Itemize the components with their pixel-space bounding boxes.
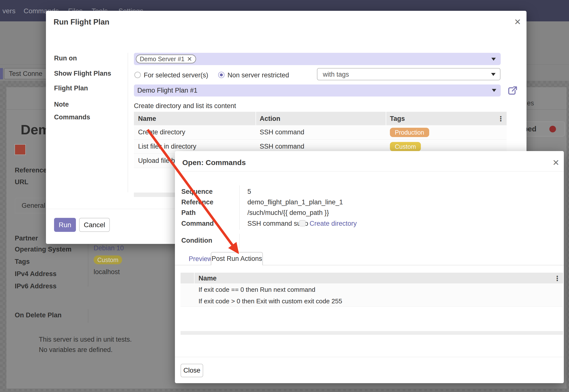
unit-test-note-line1: This server is used in unit tests. [39, 336, 132, 343]
footer-divider [175, 357, 564, 357]
partner-label: Partner [15, 235, 38, 242]
radio-selected-servers[interactable] [134, 72, 141, 78]
ipv4-label: IPv4 Address [15, 270, 57, 278]
header-divider [175, 171, 564, 171]
radio-non-server-restricted[interactable] [218, 72, 225, 78]
on-delete-plan-label: On Delete Plan [15, 311, 62, 319]
col-name[interactable]: Name [199, 275, 217, 282]
tab-post-run-actions[interactable]: Post Run Actions [211, 252, 263, 265]
path-value: /such/much/{{ demo_path }} [247, 209, 329, 217]
table-header: Name Action Tags ⋮ [134, 112, 507, 125]
tag-badge: Custom [390, 142, 421, 151]
radio-selected-servers-label[interactable]: For selected server(s) [144, 71, 208, 79]
row-name: If exit code > 0 then Exit with custom e… [199, 297, 342, 305]
reference-value: demo_flight_plan_1_plan_line_1 [247, 198, 343, 206]
flight-plan-value: Demo Flight Plan #1 [137, 87, 198, 94]
col-tags[interactable]: Tags [390, 115, 405, 123]
command-label: Command [181, 220, 214, 227]
row-action: SSH command [260, 128, 304, 136]
tags-value-badge: Custom [94, 255, 122, 264]
col-name[interactable]: Name [138, 115, 156, 123]
flight-plan-select[interactable]: Demo Flight Plan #1 [134, 84, 501, 97]
unit-test-note-line2: No variables are defined. [39, 346, 113, 354]
row-divider [181, 307, 563, 307]
sequence-label: Sequence [181, 188, 213, 196]
modal-title: Run Flight Plan [54, 18, 109, 27]
remove-tag-icon[interactable]: ✕ [187, 56, 192, 62]
field-divider [88, 309, 88, 323]
tab-preview[interactable]: Preview [189, 255, 212, 263]
server-tag-pill[interactable]: Demo Server #1✕ [136, 55, 196, 63]
chevron-down-icon [491, 58, 496, 61]
server-tag-label: Demo Server #1 [140, 56, 185, 62]
close-button[interactable]: Close [181, 364, 203, 377]
ipv6-label: IPv6 Address [15, 282, 57, 290]
smart-button-fragment[interactable]: es [527, 99, 534, 107]
label-divider [239, 234, 240, 248]
table-row[interactable]: Create directory SSH command Production [134, 125, 507, 140]
table-footer-band [181, 331, 563, 335]
condition-label: Condition [181, 237, 212, 244]
primary-button-fragment[interactable] [0, 68, 3, 79]
commands-label: Commands [54, 113, 90, 121]
tag-badge: Production [390, 128, 429, 137]
flight-plan-caption: Create directory and list its content [134, 102, 236, 110]
row-name: List files in directory [138, 143, 196, 150]
row-name: Create directory [138, 128, 185, 136]
close-icon[interactable]: ✕ [553, 158, 560, 167]
run-on-field[interactable]: Demo Server #1✕ [134, 53, 501, 65]
os-value-link[interactable]: Debian 10 [94, 244, 124, 252]
ipv4-value: localhost [94, 268, 120, 276]
with-tags-value: with tags [323, 71, 349, 78]
chevron-down-icon [491, 73, 496, 76]
flight-plan-label: Flight Plan [54, 84, 88, 92]
avatar [14, 144, 26, 155]
tags-label: Tags [15, 258, 30, 266]
label-divider [239, 185, 240, 230]
table-row[interactable]: If exit code > 0 then Exit with custom e… [181, 295, 563, 307]
row-name: If exit code == 0 then Run next command [199, 286, 315, 294]
table-options-icon[interactable]: ⋮ [497, 115, 504, 123]
row-action: SSH command [260, 143, 304, 150]
table-row[interactable]: If exit code == 0 then Run next command [181, 283, 563, 295]
radio-non-server-restricted-label[interactable]: Non server restricted [228, 71, 289, 79]
open-commands-modal: Open: Commands ✕ Sequence Reference Path… [175, 151, 564, 383]
status-dot-icon [549, 126, 556, 132]
note-label: Note [54, 101, 69, 108]
modal-title: Open: Commands [182, 158, 246, 167]
os-label: Operating System [15, 246, 71, 253]
path-label: Path [181, 209, 196, 217]
screen: Test Conne es ped Demo Reference URL Gen… [0, 0, 569, 392]
row-name: Upload file by [138, 157, 178, 165]
col-action[interactable]: Action [260, 115, 280, 123]
cancel-button[interactable]: Cancel [79, 218, 110, 232]
run-button[interactable]: Run [54, 218, 76, 232]
table-header: Name ⋮ [181, 273, 563, 283]
sequence-value: 5 [247, 188, 251, 196]
external-link-icon[interactable] [507, 85, 518, 96]
menu-servers[interactable]: vers [2, 7, 15, 15]
label-divider [128, 53, 128, 192]
with-tags-select[interactable]: with tags [317, 68, 500, 80]
command-link[interactable]: Create directory [310, 220, 357, 227]
reference-label: Reference [15, 167, 47, 174]
test-connection-button[interactable]: Test Conne [4, 68, 53, 79]
sudo-checkbox[interactable] [299, 220, 306, 226]
col-divider [194, 273, 195, 283]
close-icon[interactable]: ✕ [514, 18, 521, 26]
show-flight-plans-label: Show Flight Plans [54, 70, 111, 77]
reference-label: Reference [181, 198, 213, 206]
col-divider [386, 112, 386, 125]
col-divider [256, 112, 256, 125]
url-label: URL [15, 178, 28, 186]
run-on-label: Run on [54, 55, 77, 62]
table-options-icon[interactable]: ⋮ [554, 274, 561, 282]
chevron-down-icon [492, 89, 496, 92]
